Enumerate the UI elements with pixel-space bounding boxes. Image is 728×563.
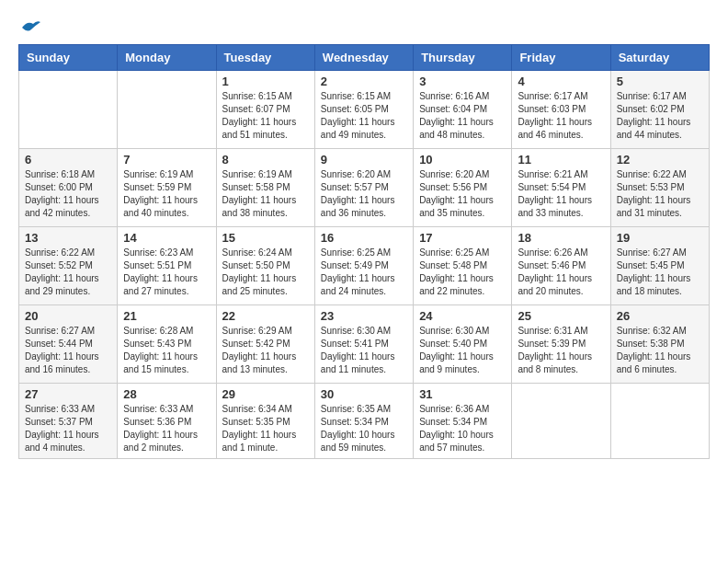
day-info: Sunrise: 6:27 AM Sunset: 5:45 PM Dayligh… [617, 247, 703, 298]
calendar-week-4: 20Sunrise: 6:27 AM Sunset: 5:44 PM Dayli… [19, 305, 710, 384]
calendar-table: SundayMondayTuesdayWednesdayThursdayFrid… [18, 44, 710, 459]
day-number: 21 [123, 309, 210, 323]
day-number: 5 [617, 75, 703, 88]
day-info: Sunrise: 6:25 AM Sunset: 5:48 PM Dayligh… [419, 247, 506, 298]
day-info: Sunrise: 6:25 AM Sunset: 5:49 PM Dayligh… [321, 247, 407, 298]
day-info: Sunrise: 6:20 AM Sunset: 5:57 PM Dayligh… [321, 168, 407, 220]
day-info: Sunrise: 6:23 AM Sunset: 5:51 PM Dayligh… [123, 247, 210, 298]
calendar-cell: 25Sunrise: 6:31 AM Sunset: 5:39 PM Dayli… [512, 305, 610, 384]
logo [18, 18, 40, 35]
calendar-cell: 31Sunrise: 6:36 AM Sunset: 5:34 PM Dayli… [414, 384, 512, 459]
day-number: 16 [321, 231, 407, 245]
day-number: 19 [617, 231, 703, 245]
calendar-cell [512, 384, 610, 459]
day-info: Sunrise: 6:28 AM Sunset: 5:43 PM Dayligh… [123, 325, 210, 376]
day-info: Sunrise: 6:24 AM Sunset: 5:50 PM Dayligh… [222, 247, 309, 298]
calendar-cell: 24Sunrise: 6:30 AM Sunset: 5:40 PM Dayli… [414, 305, 512, 384]
day-number: 14 [123, 231, 210, 245]
day-info: Sunrise: 6:33 AM Sunset: 5:36 PM Dayligh… [123, 403, 210, 454]
calendar-cell: 23Sunrise: 6:30 AM Sunset: 5:41 PM Dayli… [314, 305, 413, 384]
calendar-week-3: 13Sunrise: 6:22 AM Sunset: 5:52 PM Dayli… [19, 227, 710, 305]
calendar-cell [118, 71, 216, 149]
day-info: Sunrise: 6:34 AM Sunset: 5:35 PM Dayligh… [222, 403, 309, 454]
day-number: 10 [419, 153, 506, 167]
day-info: Sunrise: 6:17 AM Sunset: 6:03 PM Dayligh… [518, 90, 604, 142]
calendar-cell: 9Sunrise: 6:20 AM Sunset: 5:57 PM Daylig… [314, 149, 413, 227]
header-friday: Friday [512, 45, 610, 71]
day-info: Sunrise: 6:19 AM Sunset: 5:59 PM Dayligh… [123, 168, 210, 220]
calendar-cell: 15Sunrise: 6:24 AM Sunset: 5:50 PM Dayli… [216, 227, 314, 305]
day-number: 3 [419, 75, 506, 88]
day-info: Sunrise: 6:27 AM Sunset: 5:44 PM Dayligh… [25, 325, 111, 376]
day-info: Sunrise: 6:22 AM Sunset: 5:53 PM Dayligh… [617, 168, 703, 220]
day-number: 6 [25, 153, 111, 167]
day-number: 13 [25, 231, 111, 245]
day-info: Sunrise: 6:30 AM Sunset: 5:40 PM Dayligh… [419, 325, 506, 376]
day-number: 8 [222, 153, 309, 167]
day-number: 11 [518, 153, 604, 167]
calendar-cell: 12Sunrise: 6:22 AM Sunset: 5:53 PM Dayli… [610, 149, 709, 227]
day-number: 15 [222, 231, 309, 245]
calendar-week-5: 27Sunrise: 6:33 AM Sunset: 5:37 PM Dayli… [19, 384, 710, 459]
header-wednesday: Wednesday [314, 45, 413, 71]
calendar-cell: 10Sunrise: 6:20 AM Sunset: 5:56 PM Dayli… [414, 149, 512, 227]
header-saturday: Saturday [610, 45, 709, 71]
day-info: Sunrise: 6:30 AM Sunset: 5:41 PM Dayligh… [321, 325, 407, 376]
day-info: Sunrise: 6:33 AM Sunset: 5:37 PM Dayligh… [25, 403, 111, 454]
calendar-cell: 20Sunrise: 6:27 AM Sunset: 5:44 PM Dayli… [19, 305, 118, 384]
calendar-cell: 30Sunrise: 6:35 AM Sunset: 5:34 PM Dayli… [314, 384, 413, 459]
calendar-cell: 13Sunrise: 6:22 AM Sunset: 5:52 PM Dayli… [19, 227, 118, 305]
calendar-cell: 28Sunrise: 6:33 AM Sunset: 5:36 PM Dayli… [118, 384, 216, 459]
header-sunday: Sunday [19, 45, 118, 71]
day-info: Sunrise: 6:15 AM Sunset: 6:05 PM Dayligh… [321, 90, 407, 142]
day-info: Sunrise: 6:35 AM Sunset: 5:34 PM Dayligh… [321, 403, 407, 454]
calendar-cell: 21Sunrise: 6:28 AM Sunset: 5:43 PM Dayli… [118, 305, 216, 384]
day-number: 24 [419, 309, 506, 323]
calendar-cell: 14Sunrise: 6:23 AM Sunset: 5:51 PM Dayli… [118, 227, 216, 305]
calendar-cell: 17Sunrise: 6:25 AM Sunset: 5:48 PM Dayli… [414, 227, 512, 305]
calendar-cell: 22Sunrise: 6:29 AM Sunset: 5:42 PM Dayli… [216, 305, 314, 384]
calendar-cell: 18Sunrise: 6:26 AM Sunset: 5:46 PM Dayli… [512, 227, 610, 305]
calendar-cell [19, 71, 118, 149]
day-info: Sunrise: 6:21 AM Sunset: 5:54 PM Dayligh… [518, 168, 604, 220]
calendar-cell: 3Sunrise: 6:16 AM Sunset: 6:04 PM Daylig… [414, 71, 512, 149]
header-monday: Monday [118, 45, 216, 71]
day-number: 18 [518, 231, 604, 245]
day-number: 17 [419, 231, 506, 245]
calendar-cell: 8Sunrise: 6:19 AM Sunset: 5:58 PM Daylig… [216, 149, 314, 227]
calendar-cell: 7Sunrise: 6:19 AM Sunset: 5:59 PM Daylig… [118, 149, 216, 227]
day-number: 29 [222, 387, 309, 401]
day-info: Sunrise: 6:15 AM Sunset: 6:07 PM Dayligh… [222, 90, 309, 142]
day-number: 20 [25, 309, 111, 323]
logo-bird-icon [20, 18, 40, 35]
day-number: 26 [617, 309, 703, 323]
day-number: 28 [123, 387, 210, 401]
day-number: 31 [419, 387, 506, 401]
calendar-cell: 2Sunrise: 6:15 AM Sunset: 6:05 PM Daylig… [314, 71, 413, 149]
calendar-cell: 16Sunrise: 6:25 AM Sunset: 5:49 PM Dayli… [314, 227, 413, 305]
calendar-cell: 5Sunrise: 6:17 AM Sunset: 6:02 PM Daylig… [610, 71, 709, 149]
day-number: 7 [123, 153, 210, 167]
day-info: Sunrise: 6:20 AM Sunset: 5:56 PM Dayligh… [419, 168, 506, 220]
calendar-header-row: SundayMondayTuesdayWednesdayThursdayFrid… [19, 45, 710, 71]
day-number: 9 [321, 153, 407, 167]
day-info: Sunrise: 6:26 AM Sunset: 5:46 PM Dayligh… [518, 247, 604, 298]
day-number: 25 [518, 309, 604, 323]
day-number: 4 [518, 75, 604, 88]
day-number: 27 [25, 387, 111, 401]
calendar-cell: 26Sunrise: 6:32 AM Sunset: 5:38 PM Dayli… [610, 305, 709, 384]
day-number: 22 [222, 309, 309, 323]
day-info: Sunrise: 6:17 AM Sunset: 6:02 PM Dayligh… [617, 90, 703, 142]
calendar-cell: 11Sunrise: 6:21 AM Sunset: 5:54 PM Dayli… [512, 149, 610, 227]
day-number: 12 [617, 153, 703, 167]
day-number: 23 [321, 309, 407, 323]
day-number: 2 [321, 75, 407, 88]
page-header [18, 18, 710, 35]
day-info: Sunrise: 6:36 AM Sunset: 5:34 PM Dayligh… [419, 403, 506, 454]
day-info: Sunrise: 6:16 AM Sunset: 6:04 PM Dayligh… [419, 90, 506, 142]
day-info: Sunrise: 6:29 AM Sunset: 5:42 PM Dayligh… [222, 325, 309, 376]
day-number: 1 [222, 75, 309, 88]
calendar-week-1: 1Sunrise: 6:15 AM Sunset: 6:07 PM Daylig… [19, 71, 710, 149]
day-info: Sunrise: 6:31 AM Sunset: 5:39 PM Dayligh… [518, 325, 604, 376]
calendar-cell: 19Sunrise: 6:27 AM Sunset: 5:45 PM Dayli… [610, 227, 709, 305]
